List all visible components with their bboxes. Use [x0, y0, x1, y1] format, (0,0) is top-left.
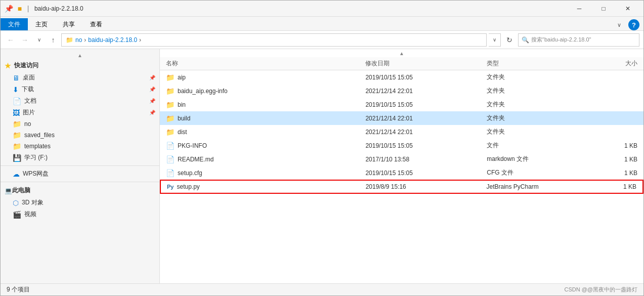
tab-share[interactable]: 共享 — [55, 18, 82, 30]
sidebar-item-desktop[interactable]: 🖥 桌面 📌 — [1, 72, 159, 83]
table-row[interactable]: 📁 baidu_aip.egg-info 2021/12/14 22:01 文件… — [160, 84, 643, 98]
file-name: 📁 aip — [164, 72, 363, 82]
path-part-no[interactable]: no — [75, 36, 82, 44]
refresh-button[interactable]: ↻ — [503, 33, 516, 47]
main-content: ▲ ★ 快速访问 🖥 桌面 📌 ⬇ 下载 📌 📄 文档 — [1, 49, 643, 283]
tab-view[interactable]: 查看 — [82, 18, 110, 30]
folder-icon: ■ — [16, 5, 24, 13]
header-name[interactable]: 名称 — [164, 58, 363, 69]
file-name-label: bin — [178, 101, 186, 108]
file-type: 文件 — [485, 140, 586, 151]
folder-icon: 📁 — [166, 101, 175, 109]
folder-icon: 📁 — [166, 114, 175, 122]
file-date: 2021/12/14 22:01 — [363, 114, 485, 123]
pin-pictures-icon: 📌 — [149, 110, 155, 115]
path-part-baidu[interactable]: baidu-aip-2.2.18.0 — [88, 36, 137, 44]
file-icon: 📄 — [166, 155, 175, 163]
sidebar-item-video[interactable]: 🎬 视频 — [1, 208, 159, 220]
file-list-header: 名称 修改日期 类型 大小 — [160, 57, 643, 70]
path-separator-1: › — [84, 36, 86, 44]
folder-icon: 📁 — [166, 87, 175, 95]
quick-access-label: 快速访问 — [14, 61, 38, 70]
3d-icon: ⬡ — [13, 199, 19, 207]
sidebar-item-download[interactable]: ⬇ 下载 📌 — [1, 83, 159, 95]
ribbon-tabs: 文件 主页 共享 查看 ∨ ? — [1, 17, 643, 31]
sidebar-item-wps[interactable]: ☁ WPS网盘 — [1, 168, 159, 180]
saved-files-icon: 📁 — [13, 131, 21, 139]
window: 📌 ■ │ baidu-aip-2.2.18.0 ─ □ ✕ 文件 主页 共享 … — [0, 0, 644, 296]
3d-label: 3D 对象 — [22, 198, 44, 207]
sidebar-item-templates[interactable]: 📁 templates 📌 — [1, 141, 159, 152]
table-row[interactable]: 📄 setup.cfg 2019/10/15 15:05 CFG 文件 1 KB — [160, 166, 643, 180]
wps-label: WPS网盘 — [23, 170, 49, 178]
file-list-scroll-up: ▲ — [160, 49, 643, 57]
wps-icon: ☁ — [13, 170, 20, 178]
file-name: 📄 setup.cfg — [164, 168, 363, 178]
up-button[interactable]: ↑ — [47, 34, 59, 46]
sidebar-item-documents[interactable]: 📄 文档 📌 — [1, 95, 159, 107]
sidebar: ▲ ★ 快速访问 🖥 桌面 📌 ⬇ 下载 📌 📄 文档 — [1, 49, 160, 283]
file-size — [586, 131, 639, 133]
pin-documents-icon: 📌 — [149, 98, 155, 104]
address-dropdown-button[interactable]: ∨ — [489, 33, 501, 47]
sidebar-item-no[interactable]: 📁 no 📌 — [1, 118, 159, 130]
file-size: 1 KB — [586, 168, 639, 178]
pin-download-icon: 📌 — [149, 87, 155, 92]
video-label: 视频 — [24, 210, 36, 219]
search-placeholder: 搜索"baidu-aip-2.2.18.0" — [531, 36, 591, 44]
tab-file[interactable]: 文件 — [1, 18, 28, 30]
path-folder-icon: 📁 — [66, 36, 73, 44]
document-icon: 📄 — [13, 97, 21, 105]
ribbon-dropdown-button[interactable]: ∨ — [614, 20, 624, 30]
help-button[interactable]: ? — [628, 19, 639, 30]
tab-home[interactable]: 主页 — [28, 18, 55, 30]
drive-label: 学习 (F:) — [24, 153, 48, 162]
search-box[interactable]: 🔍 搜索"baidu-aip-2.2.18.0" — [518, 33, 639, 47]
pc-header[interactable]: 💻 此电脑 — [1, 184, 159, 197]
table-row[interactable]: Py setup.py 2019/8/9 15:16 JetBrains PyC… — [160, 180, 643, 194]
pin-desktop-icon: 📌 — [149, 75, 155, 80]
header-type[interactable]: 类型 — [485, 58, 586, 69]
file-date: 2019/10/15 15:05 — [363, 141, 485, 150]
sidebar-item-pictures[interactable]: 🖼 图片 📌 — [1, 107, 159, 118]
close-button[interactable]: ✕ — [616, 1, 639, 17]
file-type: JetBrains PyCharm — [485, 182, 586, 191]
file-type: CFG 文件 — [485, 167, 586, 178]
table-row[interactable]: 📁 aip 2019/10/15 15:05 文件夹 — [160, 70, 643, 84]
table-row[interactable]: 📁 bin 2019/10/15 15:05 文件夹 — [160, 98, 643, 111]
file-size: 1 KB — [586, 141, 639, 150]
video-icon: 🎬 — [13, 210, 21, 219]
maximize-button[interactable]: □ — [592, 1, 615, 17]
file-type: markdown 文件 — [485, 154, 586, 164]
table-row[interactable]: 📄 README.md 2017/1/10 13:58 markdown 文件 … — [160, 152, 643, 166]
sidebar-scroll-up: ▲ — [1, 51, 159, 59]
path-parts: no › baidu-aip-2.2.18.0 › — [75, 36, 142, 44]
file-name: 📄 PKG-INFO — [164, 141, 363, 151]
title-controls: ─ □ ✕ — [568, 1, 639, 17]
file-size — [586, 104, 639, 106]
minimize-button[interactable]: ─ — [568, 1, 591, 17]
file-date: 2019/8/9 15:16 — [364, 182, 485, 191]
forward-button[interactable]: → — [19, 34, 31, 46]
table-row[interactable]: 📄 PKG-INFO 2019/10/15 15:05 文件 1 KB — [160, 139, 643, 152]
sidebar-item-saved-files[interactable]: 📁 saved_files 📌 — [1, 130, 159, 141]
quick-access-header[interactable]: ★ 快速访问 — [1, 59, 159, 72]
download-icon: ⬇ — [13, 86, 19, 94]
file-name: 📁 build — [164, 113, 363, 123]
address-path[interactable]: 📁 no › baidu-aip-2.2.18.0 › — [61, 33, 487, 47]
back-button[interactable]: ← — [5, 34, 17, 46]
file-name: 📄 README.md — [164, 154, 363, 164]
header-size[interactable]: 大小 — [586, 58, 639, 69]
window-title: baidu-aip-2.2.18.0 — [34, 5, 568, 12]
file-date: 2019/10/15 15:05 — [363, 73, 485, 82]
sidebar-item-drive[interactable]: 💾 学习 (F:) — [1, 152, 159, 163]
table-row[interactable]: 📁 build 2021/12/14 22:01 文件夹 — [160, 111, 643, 125]
file-date: 2021/12/14 22:01 — [363, 128, 485, 137]
table-row[interactable]: 📁 dist 2021/12/14 22:01 文件夹 — [160, 125, 643, 139]
pc-label: 此电脑 — [12, 186, 30, 195]
sidebar-item-3d[interactable]: ⬡ 3D 对象 — [1, 197, 159, 208]
file-icon: 📄 — [166, 142, 175, 150]
sidebar-divider-2 — [1, 182, 159, 182]
header-date[interactable]: 修改日期 — [363, 58, 485, 69]
recent-button[interactable]: ∨ — [33, 34, 45, 46]
